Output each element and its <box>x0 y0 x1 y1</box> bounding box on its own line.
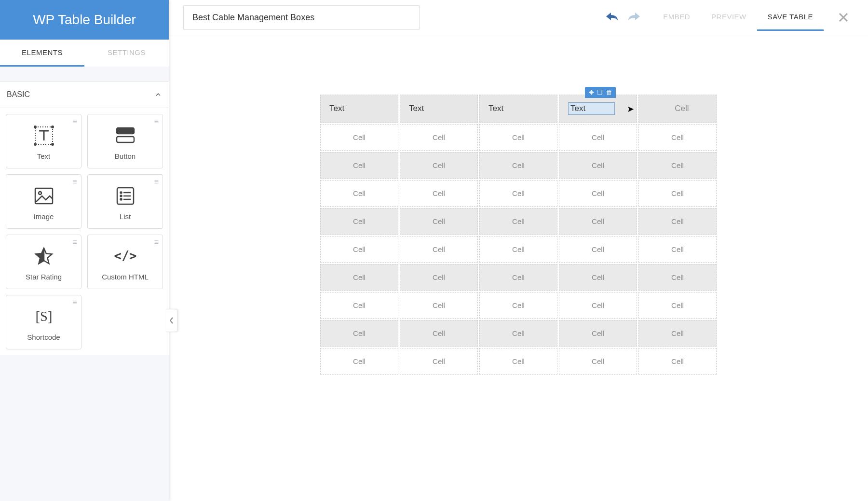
table-cell[interactable]: Cell <box>400 180 478 207</box>
svg-text:[S]: [S] <box>35 309 52 324</box>
table-cell[interactable]: Cell <box>320 208 398 235</box>
table-cell[interactable]: Cell <box>559 124 637 151</box>
header-cell[interactable]: Text <box>320 95 398 123</box>
table-cell[interactable]: Cell <box>320 348 398 375</box>
table-cell[interactable]: Cell <box>559 208 637 235</box>
table-cell[interactable]: Cell <box>638 292 717 319</box>
table-cell[interactable]: Cell <box>320 124 398 151</box>
code-icon: </> <box>114 245 137 268</box>
table-cell[interactable]: Cell <box>479 292 557 319</box>
header-cell-selected[interactable]: ✥ ❐ 🗑 Text ➤ <box>559 95 637 123</box>
sidebar: WP Table Builder ELEMENTS SETTINGS BASIC… <box>0 0 169 501</box>
header-cell[interactable]: Cell <box>638 95 717 123</box>
table-cell[interactable]: Cell <box>400 236 478 263</box>
table-row[interactable]: CellCellCellCellCell <box>320 236 717 263</box>
table-cell[interactable]: Cell <box>638 236 717 263</box>
table-cell[interactable]: Cell <box>638 124 717 151</box>
table-cell[interactable]: Cell <box>638 152 717 179</box>
move-icon[interactable]: ✥ <box>589 89 594 96</box>
table-cell[interactable]: Cell <box>559 180 637 207</box>
svg-point-1 <box>34 126 36 128</box>
table-row[interactable]: CellCellCellCellCell <box>320 320 717 347</box>
table-cell[interactable]: Cell <box>559 152 637 179</box>
table-cell[interactable]: Cell <box>559 320 637 347</box>
table-cell[interactable]: Cell <box>479 152 557 179</box>
table-row[interactable]: CellCellCellCellCell <box>320 348 717 375</box>
delete-icon[interactable]: 🗑 <box>606 89 612 96</box>
table-cell[interactable]: Cell <box>320 180 398 207</box>
table-row[interactable]: CellCellCellCellCell <box>320 152 717 179</box>
table-cell[interactable]: Cell <box>320 152 398 179</box>
table-cell[interactable]: Cell <box>638 264 717 291</box>
table-cell[interactable]: Cell <box>400 348 478 375</box>
preview-button[interactable]: PREVIEW <box>701 4 757 31</box>
header-cell[interactable]: Text <box>479 95 557 123</box>
table-cell[interactable]: Cell <box>400 264 478 291</box>
table-row[interactable]: CellCellCellCellCell <box>320 264 717 291</box>
table-row[interactable]: CellCellCellCellCell <box>320 208 717 235</box>
table-cell[interactable]: Cell <box>479 124 557 151</box>
table-cell[interactable]: Cell <box>320 236 398 263</box>
table-cell[interactable]: Cell <box>479 348 557 375</box>
tab-settings[interactable]: SETTINGS <box>84 40 169 67</box>
mouse-cursor-icon: ➤ <box>627 104 634 114</box>
header-cell[interactable]: Text <box>400 95 478 123</box>
element-star-label: Star Rating <box>26 273 62 281</box>
elements-grid: ≡ Text ≡ Button ≡ <box>0 108 169 355</box>
table-canvas[interactable]: Text Text Text ✥ ❐ 🗑 Text ➤ <box>169 35 868 501</box>
selected-text-element[interactable]: ✥ ❐ 🗑 Text <box>568 102 615 115</box>
undo-button[interactable] <box>603 9 621 26</box>
tab-elements[interactable]: ELEMENTS <box>0 40 84 67</box>
sidebar-collapse-button[interactable] <box>166 309 177 332</box>
table-cell[interactable]: Cell <box>638 180 717 207</box>
svg-point-3 <box>34 143 36 145</box>
svg-point-14 <box>120 199 122 200</box>
table-cell[interactable]: Cell <box>479 180 557 207</box>
table-cell[interactable]: Cell <box>320 264 398 291</box>
table-cell[interactable]: Cell <box>479 320 557 347</box>
table-cell[interactable]: Cell <box>479 208 557 235</box>
table-cell[interactable]: Cell <box>559 292 637 319</box>
element-image[interactable]: ≡ Image <box>6 174 81 229</box>
element-star-rating[interactable]: ≡ Star Rating <box>6 235 81 289</box>
table-cell[interactable]: Cell <box>320 320 398 347</box>
table-row[interactable]: CellCellCellCellCell <box>320 180 717 207</box>
table-cell[interactable]: Cell <box>320 292 398 319</box>
redo-button[interactable] <box>625 9 643 26</box>
table-cell[interactable]: Cell <box>638 208 717 235</box>
table-cell[interactable]: Cell <box>400 208 478 235</box>
star-icon <box>32 245 55 268</box>
table-cell[interactable]: Cell <box>400 320 478 347</box>
table-cell[interactable]: Cell <box>559 348 637 375</box>
embed-button[interactable]: EMBED <box>652 4 701 31</box>
table-cell[interactable]: Cell <box>400 292 478 319</box>
editable-table[interactable]: Text Text Text ✥ ❐ 🗑 Text ➤ <box>319 93 718 376</box>
table-row[interactable]: CellCellCellCellCell <box>320 124 717 151</box>
element-list[interactable]: ≡ List <box>87 174 163 229</box>
table-cell[interactable]: Cell <box>559 236 637 263</box>
section-basic-header[interactable]: BASIC <box>0 81 169 108</box>
element-custom-html[interactable]: ≡ </> Custom HTML <box>87 235 163 289</box>
element-shortcode[interactable]: ≡ [S] Shortcode <box>6 295 81 349</box>
duplicate-icon[interactable]: ❐ <box>597 89 603 96</box>
close-icon <box>838 12 849 23</box>
save-table-button[interactable]: SAVE TABLE <box>757 4 824 31</box>
table-cell[interactable]: Cell <box>400 152 478 179</box>
table-cell[interactable]: Cell <box>638 320 717 347</box>
close-button[interactable] <box>833 12 854 23</box>
table-title-input[interactable] <box>183 5 420 30</box>
text-icon <box>32 124 55 147</box>
element-text[interactable]: ≡ Text <box>6 114 81 168</box>
brand-title: WP Table Builder <box>0 0 169 40</box>
table-cell[interactable]: Cell <box>479 264 557 291</box>
selected-text-content[interactable]: Text <box>568 102 615 115</box>
table-cell[interactable]: Cell <box>479 236 557 263</box>
undo-icon <box>604 11 620 24</box>
table-row[interactable]: CellCellCellCellCell <box>320 292 717 319</box>
table-cell[interactable]: Cell <box>638 348 717 375</box>
table-cell[interactable]: Cell <box>400 124 478 151</box>
table-row[interactable]: Text Text Text ✥ ❐ 🗑 Text ➤ <box>320 95 717 123</box>
element-button[interactable]: ≡ Button <box>87 114 163 168</box>
element-shortcode-label: Shortcode <box>27 333 60 341</box>
table-cell[interactable]: Cell <box>559 264 637 291</box>
